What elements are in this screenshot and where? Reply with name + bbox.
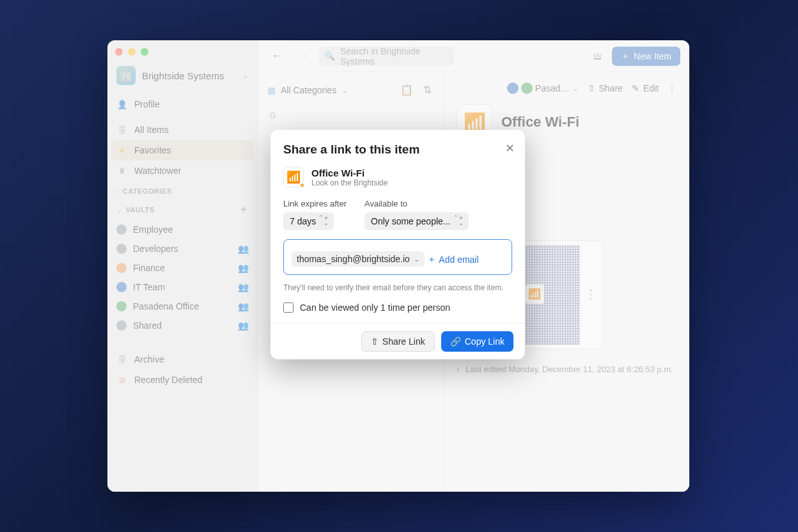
chevron-down-icon: ⌄ xyxy=(414,255,419,263)
expires-select[interactable]: 7 days ⌃⌄ xyxy=(283,212,334,230)
available-to-select[interactable]: Only some people... ⌃⌄ xyxy=(364,212,469,230)
select-caret-icon: ⌃⌄ xyxy=(458,217,464,225)
share-link-modal: ✕ Share a link to this item 📶★ Office Wi… xyxy=(270,130,525,359)
view-once-checkbox[interactable] xyxy=(283,302,293,313)
modal-item-name: Office Wi-Fi xyxy=(311,168,387,178)
copy-link-button[interactable]: 🔗 Copy Link xyxy=(441,331,513,352)
email-chip-text: thomas_singh@brightside.io xyxy=(297,254,410,264)
close-modal-button[interactable]: ✕ xyxy=(505,141,515,155)
help-text: They'll need to verify their email befor… xyxy=(283,283,512,293)
available-to-label: Available to xyxy=(364,199,469,208)
share-link-button[interactable]: ⇧ Share Link xyxy=(361,331,435,352)
view-once-label: Can be viewed only 1 time per person xyxy=(300,302,450,313)
select-caret-icon: ⌃⌄ xyxy=(324,217,329,225)
modal-item-subtitle: Look on the Brightside xyxy=(311,178,387,187)
available-to-value: Only some people... xyxy=(371,216,451,226)
link-icon: 🔗 xyxy=(450,336,461,347)
add-email-button[interactable]: ＋ Add email xyxy=(427,254,478,265)
copy-link-label: Copy Link xyxy=(465,336,505,347)
star-icon: ★ xyxy=(299,182,305,189)
add-email-label: Add email xyxy=(439,254,478,265)
share-link-label: Share Link xyxy=(382,336,425,347)
modal-title: Share a link to this item xyxy=(283,143,512,157)
email-chip[interactable]: thomas_singh@brightside.io ⌄ xyxy=(292,251,425,267)
email-recipients-box[interactable]: thomas_singh@brightside.io ⌄ ＋ Add email xyxy=(283,239,512,275)
expires-label: Link expires after xyxy=(283,199,347,208)
expires-value: 7 days xyxy=(290,216,316,226)
wifi-icon: 📶★ xyxy=(283,167,304,187)
plus-icon: ＋ xyxy=(427,254,436,265)
share-icon: ⇧ xyxy=(371,336,379,347)
